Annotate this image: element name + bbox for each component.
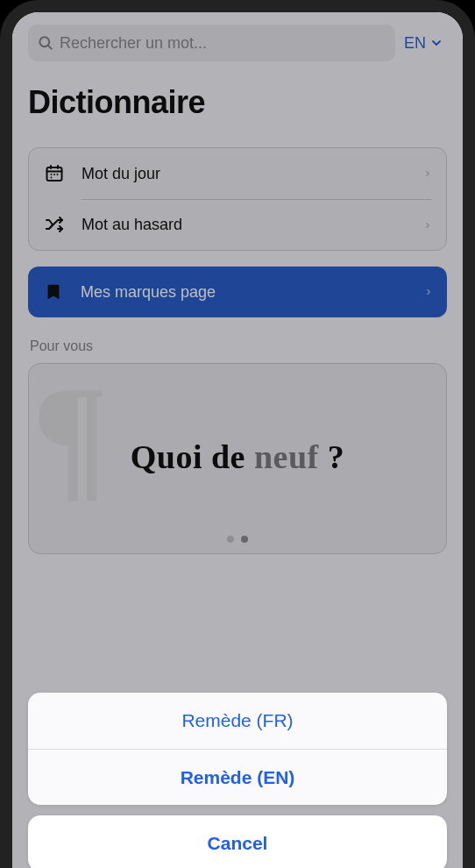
search-icon <box>37 34 54 52</box>
svg-point-9 <box>51 177 53 179</box>
search-placeholder: Rechercher un mot... <box>60 34 207 53</box>
chevron-right-icon <box>423 167 432 181</box>
language-label: EN <box>404 34 426 53</box>
hero-highlight: neuf <box>254 438 328 475</box>
chevron-right-icon <box>423 218 432 232</box>
for-you-card[interactable]: ¶ Quoi de neuf ? <box>28 363 447 554</box>
menu-label: Mot au hasard <box>82 216 408 234</box>
page-indicator <box>29 536 446 543</box>
chevron-down-icon <box>429 36 443 50</box>
svg-point-8 <box>57 174 59 175</box>
action-sheet-options: Remède (FR) Remède (EN) <box>28 693 447 805</box>
page-dot-active <box>241 536 248 543</box>
bookmark-icon <box>42 282 65 302</box>
page-title: Dictionnaire <box>28 84 447 121</box>
cancel-button[interactable]: Cancel <box>28 815 447 868</box>
main-content: Rechercher un mot... EN Dictionnaire Mo <box>12 12 463 554</box>
svg-point-6 <box>51 174 53 175</box>
action-option-en[interactable]: Remède (EN) <box>28 749 447 805</box>
bookmarks-button[interactable]: Mes marques page <box>28 267 447 317</box>
action-sheet: Remède (FR) Remède (EN) Cancel <box>28 693 447 868</box>
chevron-right-icon <box>424 285 433 299</box>
hero-suffix: ? <box>328 438 345 475</box>
screen: Rechercher un mot... EN Dictionnaire Mo <box>12 12 463 868</box>
calendar-icon <box>43 163 66 184</box>
menu-label: Mot du jour <box>82 165 408 183</box>
menu-random-word[interactable]: Mot au hasard <box>29 199 446 250</box>
top-bar: Rechercher un mot... EN <box>28 25 447 61</box>
for-you-label: Pour vous <box>30 338 445 354</box>
device-frame: Rechercher un mot... EN Dictionnaire Mo <box>0 0 475 868</box>
menu-word-of-day[interactable]: Mot du jour <box>29 148 446 199</box>
hero-prefix: Quoi de <box>131 438 254 475</box>
shuffle-icon <box>43 214 66 235</box>
search-input[interactable]: Rechercher un mot... <box>28 25 395 61</box>
menu-card: Mot du jour Mot au hasard <box>28 147 447 251</box>
action-option-fr[interactable]: Remède (FR) <box>28 693 447 749</box>
svg-line-1 <box>48 46 52 49</box>
svg-point-7 <box>53 174 55 175</box>
hero-text: Quoi de neuf ? <box>29 438 446 476</box>
language-switcher[interactable]: EN <box>404 34 443 53</box>
page-dot <box>227 536 234 543</box>
bookmarks-label: Mes marques page <box>81 283 408 302</box>
action-sheet-cancel-group: Cancel <box>28 815 447 868</box>
